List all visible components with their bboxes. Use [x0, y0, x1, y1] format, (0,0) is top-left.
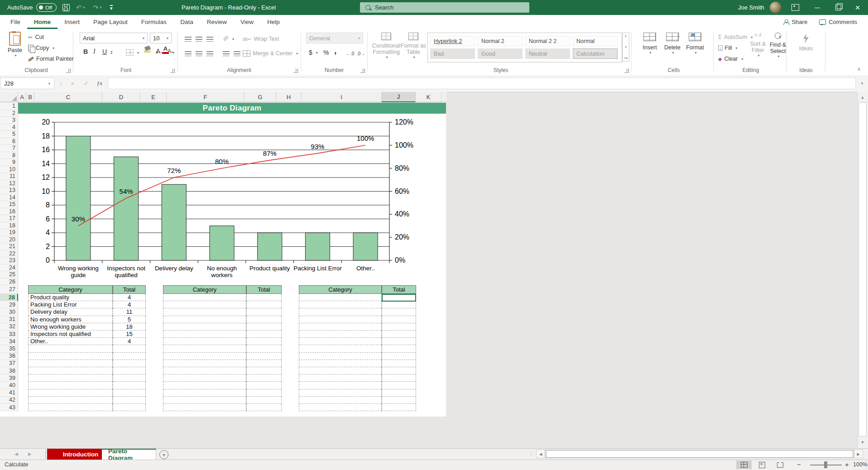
- merge-center-button[interactable]: Merge & Center▾: [243, 49, 298, 58]
- style-item[interactable]: Normal 2 2: [525, 36, 570, 46]
- redo-button[interactable]: ↷▾: [93, 0, 102, 15]
- table-2-category-cell[interactable]: [163, 360, 246, 367]
- table-1-category-cell[interactable]: [28, 367, 113, 374]
- table-3-total-cell[interactable]: [382, 360, 416, 367]
- table-3-category-cell[interactable]: [299, 389, 382, 397]
- row-header-5[interactable]: 5: [0, 131, 18, 138]
- table-3-total-cell[interactable]: [382, 389, 416, 397]
- column-header-L[interactable]: L: [441, 92, 446, 102]
- row-header-19[interactable]: 19: [0, 229, 18, 236]
- table-2-total-cell[interactable]: [246, 374, 282, 382]
- column-header-E[interactable]: E: [140, 92, 167, 102]
- table-2-category-cell[interactable]: [163, 323, 246, 331]
- table-2-category-cell[interactable]: [163, 374, 246, 382]
- row-header-24[interactable]: 24: [0, 264, 18, 272]
- row-header-11[interactable]: 11: [0, 173, 18, 180]
- column-header-G[interactable]: G: [245, 92, 276, 102]
- customize-qat-button[interactable]: ▾: [110, 0, 113, 15]
- format-painter-button[interactable]: Format Painter: [28, 54, 74, 63]
- row-header-36[interactable]: 36: [0, 353, 18, 360]
- clipboard-dialog-launcher[interactable]: [66, 68, 71, 73]
- align-middle-button[interactable]: [196, 34, 202, 43]
- conditional-formatting-button[interactable]: Conditional Formatting▾: [372, 33, 400, 59]
- style-item[interactable]: Bad: [430, 48, 475, 59]
- table-3-category-cell[interactable]: [299, 367, 382, 374]
- table-2-category-cell[interactable]: [163, 382, 246, 389]
- table-3-total-cell[interactable]: [382, 382, 416, 389]
- table-3-total-cell[interactable]: [382, 301, 416, 308]
- align-bottom-button[interactable]: [206, 34, 213, 43]
- style-item[interactable]: Neutral: [525, 48, 570, 59]
- table-1-category-cell[interactable]: [28, 345, 113, 352]
- table-2-category-cell[interactable]: [163, 316, 246, 323]
- row-header-43[interactable]: 43: [0, 404, 18, 411]
- row-header-23[interactable]: 23: [0, 257, 18, 264]
- table-3-category-cell[interactable]: [299, 360, 382, 367]
- table-1-category-cell[interactable]: Product quality: [28, 294, 113, 301]
- table-2-total-cell[interactable]: [246, 323, 282, 331]
- row-header-32[interactable]: 32: [0, 323, 18, 331]
- cancel-button[interactable]: ×: [67, 77, 78, 89]
- table-3-total-cell[interactable]: [382, 323, 416, 331]
- table-3-total-cell[interactable]: [382, 308, 416, 316]
- zoom-slider-thumb[interactable]: [824, 461, 827, 468]
- row-header-39[interactable]: 39: [0, 374, 18, 382]
- row-header-6[interactable]: 6: [0, 138, 18, 145]
- row-header-17[interactable]: 17: [0, 215, 18, 222]
- zoom-level[interactable]: 100%: [853, 461, 868, 468]
- comma-style-button[interactable]: ,: [334, 46, 336, 55]
- ribbon-display-options-button[interactable]: [791, 0, 799, 15]
- table-1-total-cell[interactable]: [113, 397, 146, 404]
- page-layout-view-button[interactable]: [754, 460, 770, 469]
- table-1-total-cell[interactable]: [113, 360, 146, 367]
- ribbon-tab-insert[interactable]: Insert: [58, 15, 86, 29]
- table-1-category-cell[interactable]: Delivery delay: [28, 308, 113, 316]
- table-2-category-cell[interactable]: [163, 345, 246, 352]
- table-3-total-cell[interactable]: [382, 374, 416, 382]
- ribbon-tab-data[interactable]: Data: [173, 15, 200, 29]
- table-3-category-cell[interactable]: [299, 323, 382, 331]
- column-header-I[interactable]: I: [302, 92, 382, 102]
- row-header-30[interactable]: 30: [0, 308, 18, 316]
- table-2-category-cell[interactable]: [163, 367, 246, 374]
- format-cells-button[interactable]: Format▾: [685, 33, 705, 55]
- table-3-category-cell[interactable]: [299, 301, 382, 308]
- orientation-caret[interactable]: ▾: [231, 34, 234, 43]
- delete-cells-button[interactable]: × Delete▾: [662, 33, 683, 55]
- row-header-34[interactable]: 34: [0, 338, 18, 345]
- row-header-37[interactable]: 37: [0, 360, 18, 367]
- insert-cells-button[interactable]: ← Insert▾: [639, 33, 660, 55]
- table-3-category-cell[interactable]: [299, 316, 382, 323]
- table-1-category-cell[interactable]: [28, 397, 113, 404]
- number-dialog-launcher[interactable]: [360, 68, 365, 73]
- align-center-button[interactable]: [196, 49, 202, 58]
- table-1-total-cell[interactable]: [113, 382, 146, 389]
- ribbon-tab-formulas[interactable]: Formulas: [134, 15, 173, 29]
- find-select-button[interactable]: Find & Select▾: [768, 33, 788, 58]
- table-3-total-cell[interactable]: [382, 367, 416, 374]
- table-1-category-cell[interactable]: [28, 360, 113, 367]
- row-header-4[interactable]: 4: [0, 124, 18, 131]
- table-2-category-cell[interactable]: [163, 404, 246, 411]
- comments-button[interactable]: Comments: [819, 19, 857, 25]
- fill-button[interactable]: ↓Fill▾: [718, 43, 737, 53]
- table-3-total-cell[interactable]: [382, 345, 416, 352]
- ribbon-tab-review[interactable]: Review: [200, 15, 234, 29]
- autosum-button[interactable]: ΣAutoSum▾: [718, 33, 753, 42]
- column-header-F[interactable]: F: [167, 92, 245, 102]
- avatar[interactable]: [770, 0, 781, 15]
- table-1-total-cell[interactable]: [113, 367, 146, 374]
- row-header-12[interactable]: 12: [0, 180, 18, 187]
- table-1-category-cell[interactable]: No enough workers: [28, 316, 113, 323]
- scroll-left-button[interactable]: ◀: [536, 450, 545, 458]
- tab-split-handle[interactable]: ⋮: [529, 451, 532, 458]
- table-3-category-cell[interactable]: [299, 382, 382, 389]
- style-item[interactable]: Normal 2: [478, 36, 523, 46]
- fill-color-caret[interactable]: ▾: [155, 48, 158, 57]
- column-header-D[interactable]: D: [102, 92, 140, 102]
- decrease-indent-button[interactable]: [223, 49, 230, 58]
- italic-button[interactable]: I: [93, 47, 96, 56]
- table-2-total-cell[interactable]: [246, 397, 282, 404]
- row-header-20[interactable]: 20: [0, 236, 18, 244]
- font-size-select[interactable]: 10▾: [150, 33, 172, 43]
